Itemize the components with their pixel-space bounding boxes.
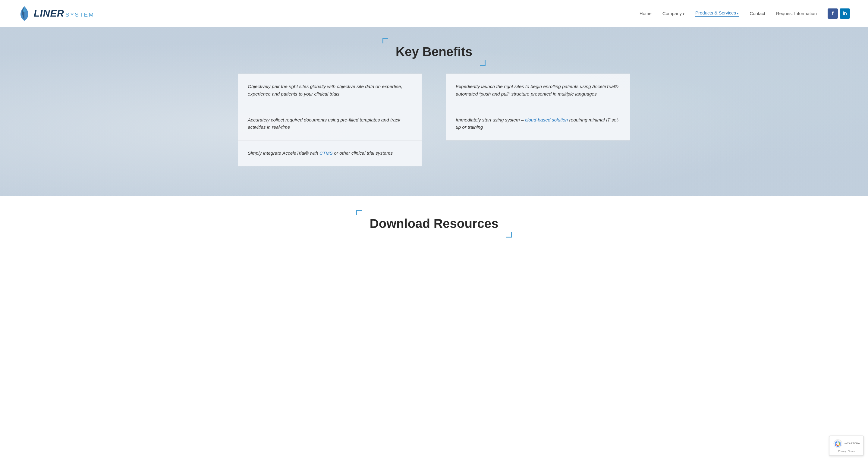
- nav-contact[interactable]: Contact: [749, 11, 765, 16]
- download-resources-section: Download Resources: [0, 196, 868, 245]
- nav-request-info[interactable]: Request Information: [776, 11, 817, 16]
- download-corner-top-left: [356, 210, 362, 215]
- social-icons: f in: [828, 8, 850, 19]
- benefit-4-text: Expediently launch the right sites to be…: [456, 84, 618, 96]
- logo-liner-text: LINER: [34, 8, 64, 19]
- logo-text: LINER SYSTEM: [34, 8, 94, 19]
- download-title-wrapper: Download Resources: [362, 214, 505, 233]
- download-resources-title: Download Resources: [362, 214, 505, 233]
- download-corner-bottom-right: [506, 232, 512, 238]
- benefit-card-3: Simply integrate AcceleTrial® with CTMS …: [238, 141, 422, 166]
- benefits-left-column: Objectively pair the right sites globall…: [238, 73, 434, 166]
- site-header: LINER SYSTEM Home Company Products & Ser…: [0, 0, 868, 27]
- benefit-card-1: Objectively pair the right sites globall…: [238, 73, 422, 107]
- cloud-based-link[interactable]: cloud-based solution: [525, 117, 568, 122]
- benefit-5-text-before: Immediately start using system –: [456, 117, 525, 122]
- benefit-card-4: Expediently launch the right sites to be…: [446, 73, 630, 107]
- logo-system-text: SYSTEM: [65, 11, 94, 18]
- download-title-decoration: Download Resources: [362, 214, 505, 233]
- section-title-wrapper: Key Benefits: [389, 42, 479, 61]
- corner-bottom-right: [480, 60, 486, 66]
- benefits-right-column: Expediently launch the right sites to be…: [434, 73, 630, 166]
- benefits-grid: Objectively pair the right sites globall…: [238, 73, 630, 166]
- corner-top-left: [382, 38, 388, 43]
- facebook-icon[interactable]: f: [828, 8, 838, 19]
- nav-home[interactable]: Home: [640, 11, 652, 16]
- logo-icon: [18, 6, 31, 22]
- nav-products-services[interactable]: Products & Services: [695, 10, 739, 17]
- linkedin-icon[interactable]: in: [840, 8, 850, 19]
- ctms-link[interactable]: CTMS: [319, 150, 333, 156]
- main-nav: Home Company Products & Services Contact…: [640, 8, 850, 19]
- benefit-2-text: Accurately collect required documents us…: [248, 117, 401, 130]
- nav-company[interactable]: Company: [662, 11, 684, 16]
- benefit-1-text: Objectively pair the right sites globall…: [248, 84, 402, 96]
- title-decoration: Key Benefits: [389, 42, 479, 61]
- key-benefits-section: Key Benefits Objectively pair the right …: [0, 27, 868, 196]
- key-benefits-title: Key Benefits: [389, 42, 479, 61]
- benefit-3-text-before: Simply integrate AcceleTrial® with: [248, 150, 319, 156]
- benefit-card-5: Immediately start using system – cloud-b…: [446, 107, 630, 141]
- logo[interactable]: LINER SYSTEM: [18, 6, 94, 22]
- benefit-3-text-after: or other clinical trial systems: [333, 150, 393, 156]
- benefit-card-2: Accurately collect required documents us…: [238, 107, 422, 141]
